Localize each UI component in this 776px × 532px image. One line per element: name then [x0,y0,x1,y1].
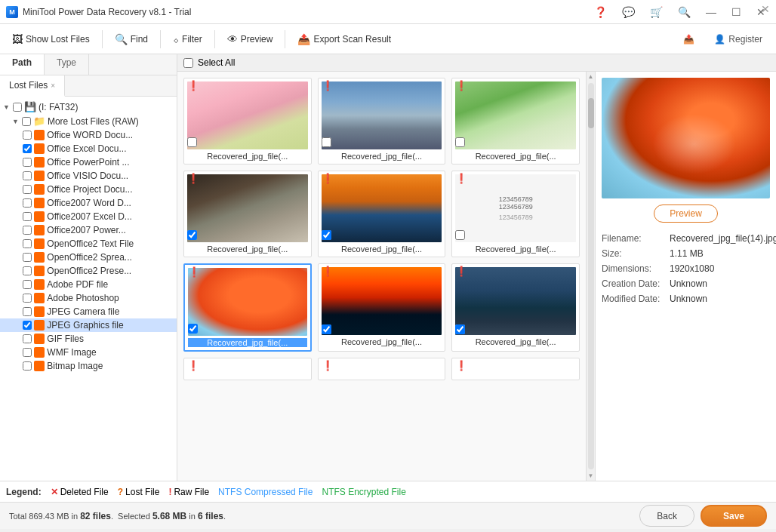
tree-excel-label: Office Excel Docu... [47,143,126,154]
preview-action-button[interactable]: Preview [654,204,718,223]
filter-button[interactable]: ⬦ Filter [167,30,208,48]
tree-oospread-checkbox[interactable] [23,253,32,262]
tab-type[interactable]: Type [45,54,89,75]
help-icon[interactable]: ❓ [590,5,611,20]
tree-root-drive[interactable]: ▼ 💾 (I: FAT32) [0,100,177,114]
tree-photoshop-checkbox[interactable] [23,294,32,303]
tree-excel-checkbox[interactable] [23,144,32,153]
tree-item-jpeg-camera[interactable]: JPEG Camera file [0,305,177,318]
tree-item-project[interactable]: Office Project Docu... [0,183,177,196]
register-button[interactable]: 👤 Register [707,31,770,48]
tree-item-oo-text[interactable]: OpenOffice2 Text File [0,237,177,251]
maximize-button[interactable]: ☐ [727,5,746,20]
grid-checkbox-1[interactable] [187,137,197,147]
tree-project-checkbox[interactable] [23,185,32,194]
tree-jpeg-graphics-checkbox[interactable] [23,321,32,330]
tree-ootext-checkbox[interactable] [23,239,32,248]
grid-checkbox-6[interactable] [455,230,465,240]
tree-visio-checkbox[interactable] [23,171,32,180]
grid-image-5 [322,174,442,242]
grid-item-7[interactable]: ❗ Recovered_jpg_file(... [183,263,312,352]
grid-item-4[interactable]: ❗ Recovered_jpg_file(... [183,171,312,257]
select-all-bar: Select All ✕ [177,54,776,72]
tree-item-visio[interactable]: Office VISIO Docu... [0,169,177,183]
tree-pdf-checkbox[interactable] [23,280,32,289]
tab-path[interactable]: Path [0,54,45,75]
support-icon[interactable]: 💬 [617,5,639,20]
tree-wmf-checkbox[interactable] [23,348,32,357]
image-grid: ❗ Recovered_jpg_file(... ❗ Recovered_jpg… [180,75,583,383]
tree-jpeg-camera-checkbox[interactable] [23,307,32,316]
grid-checkbox-8[interactable] [322,324,331,334]
grid-item-8[interactable]: ❗ Recovered_jpg_file(... [318,263,446,352]
tree-excel2007-checkbox[interactable] [23,212,32,221]
tree-item-oo-pres[interactable]: OpenOffice2 Prese... [0,264,177,278]
scroll-up-arrow[interactable]: ▲ [587,72,596,81]
lost-icon: ? [118,487,123,497]
grid-scrollbar[interactable]: ▲ ▼ [586,72,595,481]
back-button[interactable]: Back [639,505,694,527]
tree-word-checkbox[interactable] [23,131,32,140]
tree-item-excel2007[interactable]: Office2007 Excel D... [0,210,177,223]
shop-icon[interactable]: 🛒 [645,5,667,20]
tree-item-gif[interactable]: GIF Files [0,332,177,346]
grid-item-1[interactable]: ❗ Recovered_jpg_file(... [183,78,312,165]
tree-item-excel[interactable]: Office Excel Docu... [0,142,177,155]
tree-word-label: Office WORD Docu... [47,130,133,140]
scrollbar-thumb[interactable] [588,98,594,128]
tree-ppt-checkbox[interactable] [23,158,32,167]
tree-item-photoshop[interactable]: Adobe Photoshop [0,291,177,305]
tree-ppt2007-label: Office2007 Power... [47,225,126,235]
tree-item-wmf[interactable]: WMF Image [0,346,177,359]
tree-oopres-checkbox[interactable] [23,266,32,275]
scroll-down-arrow[interactable]: ▼ [587,471,596,481]
grid-item-3[interactable]: ❗ Recovered_jpg_file(... [451,78,580,165]
tree-root-checkbox[interactable] [13,103,22,112]
tree-item-word2007[interactable]: Office2007 Word D... [0,196,177,210]
grid-item-6[interactable]: ❗ 123456789 123456789 123456789 Recovere… [451,171,580,257]
grid-checkbox-7[interactable] [188,324,198,334]
titlebar-controls[interactable]: ❓ 💬 🛒 🔍 — ☐ ✕ [590,5,770,20]
grid-checkbox-5[interactable] [322,230,331,240]
grid-checkbox-9[interactable] [455,324,465,334]
tab-close-icon[interactable]: × [51,81,55,90]
find-button[interactable]: 🔍 Find [109,30,154,48]
grid-item-11[interactable]: ❗ [318,358,446,380]
expand-arrow-more[interactable]: ▼ [12,118,19,125]
grid-checkbox-2[interactable] [322,137,331,147]
grid-checkbox-4[interactable] [187,230,197,240]
grid-scroll[interactable]: ❗ Recovered_jpg_file(... ❗ Recovered_jpg… [177,72,586,481]
grid-item-2[interactable]: ❗ Recovered_jpg_file(... [318,78,446,165]
scrollbar-track[interactable] [588,83,594,469]
search-icon[interactable]: 🔍 [673,5,695,20]
grid-checkbox-3[interactable] [455,137,465,147]
tree-more-lost-checkbox[interactable] [22,117,31,126]
tree-word2007-checkbox[interactable] [23,198,32,208]
meta-modified-row: Modified Date: Unknown [602,294,770,304]
tree-more-lost[interactable]: ▼ 📁 More Lost Files (RAW) [0,114,177,128]
save-button[interactable]: Save [701,505,767,527]
share-button[interactable]: 📤 [677,31,701,48]
tree-item-jpeg-graphics[interactable]: JPEG Graphics file [0,318,177,332]
select-all-checkbox[interactable] [183,58,193,68]
minimize-button[interactable]: — [701,5,721,20]
tree-item-powerpoint[interactable]: Office PowerPoint ... [0,155,177,169]
grid-item-12[interactable]: ❗ [451,358,580,380]
grid-image-9 [455,267,576,335]
expand-arrow[interactable]: ▼ [3,103,10,111]
tree-item-pdf[interactable]: Adobe PDF file [0,278,177,291]
preview-button[interactable]: 👁 Preview [221,30,279,48]
tree-item-ppt2007[interactable]: Office2007 Power... [0,223,177,237]
tree-item-oo-spread[interactable]: OpenOffice2 Sprea... [0,251,177,264]
show-lost-files-button[interactable]: 🖼 Show Lost Files [6,30,96,48]
tree-item-bitmap[interactable]: Bitmap Image [0,359,177,373]
grid-item-9[interactable]: ❗ Recovered_jpg_file(... [451,263,580,352]
export-scan-button[interactable]: 📤 Export Scan Result [291,30,397,48]
grid-item-5[interactable]: ❗ Recovered_jpg_file(... [318,171,446,257]
tree-gif-checkbox[interactable] [23,334,32,343]
tree-ppt2007-checkbox[interactable] [23,226,32,235]
tree-bitmap-checkbox[interactable] [23,361,32,371]
tree-item-word[interactable]: Office WORD Docu... [0,128,177,142]
tab-lost-files[interactable]: Lost Files × [0,75,65,97]
grid-item-10[interactable]: ❗ [183,358,312,380]
